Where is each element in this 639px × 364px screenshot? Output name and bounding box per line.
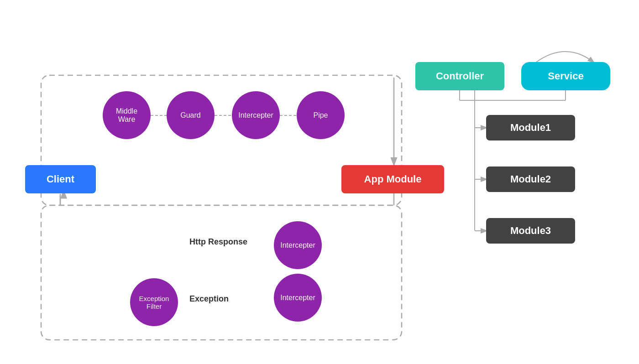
app-module-node: App Module <box>341 165 444 193</box>
pipe-label: Pipe <box>313 111 328 120</box>
client-label: Client <box>47 173 74 185</box>
middleware-label: Middle Ware <box>116 107 137 124</box>
svg-rect-1 <box>41 205 402 340</box>
pipe-node: Pipe <box>297 91 345 139</box>
intercepter1-label: Intercepter <box>238 111 273 120</box>
http-response-label: Http Response <box>189 237 247 247</box>
controller-node: Controller <box>415 62 504 90</box>
intercepter2-label: Intercepter <box>280 241 315 250</box>
controller-label: Controller <box>436 70 484 82</box>
service-label: Service <box>548 70 583 82</box>
client-node: Client <box>25 165 96 193</box>
exception-filter-label: Exception Filter <box>139 295 169 310</box>
intercepter1-node: Intercepter <box>232 91 280 139</box>
module1-node: Module1 <box>486 115 575 140</box>
module1-label: Module1 <box>510 122 551 134</box>
intercepter3-node: Intercepter <box>274 274 322 322</box>
exception-filter-node: Exception Filter <box>130 278 178 326</box>
http-response-text: Http Response <box>189 237 247 246</box>
intercepter2-node: Intercepter <box>274 221 322 269</box>
intercepter3-label: Intercepter <box>280 294 315 302</box>
module3-node: Module3 <box>486 218 575 244</box>
middleware-node: Middle Ware <box>103 91 151 139</box>
exception-label: Exception <box>189 294 229 304</box>
diagram: Client App Module Controller Service Mod… <box>0 0 639 364</box>
module3-label: Module3 <box>510 225 551 237</box>
guard-node: Guard <box>167 91 215 139</box>
module2-node: Module2 <box>486 166 575 192</box>
module2-label: Module2 <box>510 173 551 185</box>
exception-text: Exception <box>189 294 229 303</box>
guard-label: Guard <box>180 111 200 120</box>
service-node: Service <box>521 62 610 90</box>
app-module-label: App Module <box>364 173 422 185</box>
